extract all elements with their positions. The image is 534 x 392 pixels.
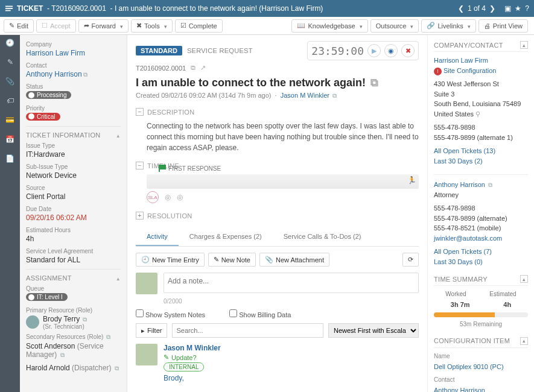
time-summary-header[interactable]: TIME SUMMARY▴ bbox=[434, 275, 528, 286]
forward-button[interactable]: ➦ Forward bbox=[78, 19, 129, 33]
filter-button[interactable]: ▸ Filter bbox=[136, 323, 167, 338]
rail-tag-icon[interactable]: 🏷 bbox=[7, 96, 14, 105]
activity-author[interactable]: Jason M Winkler bbox=[164, 344, 221, 352]
header-title: TICKET - T20160902.0001 - I am unable to… bbox=[17, 4, 323, 13]
creator-link[interactable]: Jason M Winkler bbox=[281, 92, 329, 99]
external-icon[interactable]: ⧉ bbox=[83, 316, 87, 323]
avatar bbox=[26, 315, 39, 329]
expand-icon[interactable]: + bbox=[136, 212, 144, 220]
map-icon[interactable]: ⚲ bbox=[475, 110, 480, 118]
ci-name-link[interactable]: Dell Optiplex 9010 (PC) bbox=[434, 363, 504, 370]
company-value[interactable]: Harrison Law Firm bbox=[26, 49, 121, 57]
tab-activity[interactable]: Activity bbox=[136, 228, 179, 246]
target-icon: ◎ bbox=[177, 193, 183, 201]
collapse-icon[interactable]: ▴ bbox=[520, 41, 528, 49]
search-input[interactable] bbox=[172, 323, 323, 338]
outsource-button[interactable]: Outsource bbox=[370, 19, 419, 33]
sort-select[interactable]: Newest First with Escalations bbox=[328, 323, 419, 338]
collapse-icon[interactable]: − bbox=[136, 108, 144, 116]
rail-calendar-icon[interactable]: 📅 bbox=[5, 135, 14, 144]
company-contact-header[interactable]: COMPANY/CONTACT▴ bbox=[434, 41, 528, 52]
alert-icon: ! bbox=[434, 68, 442, 75]
rail-attachment-icon[interactable]: 📎 bbox=[5, 77, 14, 86]
external-icon[interactable]: ⧉ bbox=[60, 352, 65, 358]
record-icon[interactable]: ◉ bbox=[384, 44, 398, 57]
new-attachment-button[interactable]: 📎 New Attachment bbox=[259, 253, 329, 267]
complete-button[interactable]: ☑ Complete bbox=[175, 19, 223, 33]
assignment-header[interactable]: ASSIGNMENT bbox=[26, 269, 121, 282]
collapse-icon[interactable] bbox=[116, 274, 121, 282]
ticket-number: T20160902.0001 bbox=[136, 65, 186, 72]
open-tickets-link[interactable]: All Open Tickets (13) bbox=[434, 147, 495, 154]
created-meta: Created 09/02/16 09:02 AM (314d 7h 9m ag… bbox=[136, 92, 419, 100]
copy-title-icon[interactable]: ⧉ bbox=[370, 77, 378, 89]
tab-calls[interactable]: Service Calls & To-Dos (2) bbox=[273, 228, 372, 246]
refresh-button[interactable]: ⟳ bbox=[402, 253, 419, 267]
due-date: 09/20/16 06:02 AM bbox=[26, 213, 121, 222]
svg-rect-0 bbox=[5, 6, 13, 7]
collapse-icon[interactable]: ▴ bbox=[520, 337, 528, 345]
edit-icon[interactable]: ✎ bbox=[164, 353, 169, 361]
new-time-button[interactable]: 🕘 New Time Entry bbox=[136, 253, 205, 267]
tab-charges[interactable]: Charges & Expenses (2) bbox=[179, 228, 273, 246]
copy-icon[interactable]: ⧉ bbox=[191, 64, 195, 72]
right-sidebar: COMPANY/CONTACT▴ Harrison Law Firm !Site… bbox=[427, 35, 534, 392]
edit-button[interactable]: ✎ Edit bbox=[4, 19, 34, 33]
external-icon[interactable]: ⧉ bbox=[83, 71, 87, 78]
knowledgebase-button[interactable]: 📖 Knowledgebase bbox=[291, 19, 367, 33]
timer-value: 23:59:00 bbox=[311, 45, 364, 57]
char-counter: 0/2000 bbox=[164, 298, 419, 305]
note-input[interactable] bbox=[164, 273, 419, 293]
activity-item: Jason M Winkler ✎ Update? INTERNAL Brody… bbox=[136, 344, 419, 382]
record-pager: ❮ 1 of 4 ❯ ▣ ★ ? bbox=[458, 4, 529, 13]
config-item-header[interactable]: CONFIGURATION ITEM▴ bbox=[434, 337, 528, 348]
show-system-notes-checkbox[interactable]: Show System Notes bbox=[136, 309, 205, 318]
ticket-info-header[interactable]: TICKET INFORMATION bbox=[26, 126, 121, 139]
contact-link[interactable]: Anthony Harrison bbox=[434, 181, 485, 188]
collapse-icon[interactable]: − bbox=[136, 162, 144, 169]
ticket-body: STANDARD SERVICE REQUEST 23:59:00 ▶ ◉ ✖ … bbox=[127, 35, 427, 392]
collapse-icon[interactable]: ▴ bbox=[520, 275, 528, 283]
email-link[interactable]: jwinkler@autotask.com bbox=[434, 235, 502, 242]
tools-button[interactable]: ✖ Tools bbox=[131, 19, 173, 33]
next-icon[interactable]: ❯ bbox=[489, 4, 495, 13]
progress-bar bbox=[434, 312, 528, 317]
external-icon[interactable]: ⧉ bbox=[115, 365, 119, 371]
first-response-flag: FIRST RESPONSE bbox=[159, 165, 221, 172]
ci-contact-link[interactable]: Anthony Harrison bbox=[434, 387, 485, 392]
external-icon[interactable]: ⧉ bbox=[488, 182, 492, 188]
show-billing-checkbox[interactable]: Show Billing Data bbox=[229, 309, 291, 318]
stop-icon[interactable]: ✖ bbox=[401, 44, 415, 57]
update-link[interactable]: Update? bbox=[171, 354, 197, 361]
priority-pill: Critical bbox=[26, 113, 60, 121]
rail-clock-icon[interactable]: 🕘 bbox=[5, 39, 14, 47]
livelinks-button[interactable]: 🔗 Livelinks bbox=[421, 19, 475, 33]
svg-rect-4 bbox=[159, 165, 160, 172]
rail-card-icon[interactable]: 💳 bbox=[5, 116, 14, 124]
new-note-button[interactable]: ✎ New Note bbox=[208, 253, 256, 267]
company-label: Company bbox=[26, 41, 121, 48]
priority-label: Priority bbox=[26, 105, 121, 112]
last30-link[interactable]: Last 30 Days (2) bbox=[434, 157, 483, 165]
play-icon[interactable]: ▶ bbox=[367, 44, 381, 57]
sla-icon: SLA bbox=[147, 191, 159, 203]
contact-value[interactable]: Anthony Harrison⧉ bbox=[26, 70, 121, 78]
toolbar: ✎ Edit ☐ Accept ➦ Forward ✖ Tools ☑ Comp… bbox=[0, 17, 534, 35]
external-icon[interactable]: ⧉ bbox=[106, 334, 110, 340]
app-header: TICKET - T20160902.0001 - I am unable to… bbox=[0, 0, 534, 17]
popout-icon[interactable]: ▣ bbox=[504, 4, 511, 13]
open-tickets-link[interactable]: All Open Tickets (7) bbox=[434, 248, 492, 255]
star-icon[interactable]: ★ bbox=[515, 4, 521, 13]
prev-icon[interactable]: ❮ bbox=[458, 4, 464, 13]
help-icon[interactable]: ? bbox=[525, 4, 529, 13]
company-link[interactable]: Harrison Law Firm bbox=[434, 57, 488, 64]
link-icon[interactable]: ↗ bbox=[200, 64, 206, 72]
external-icon[interactable]: ⧉ bbox=[332, 92, 337, 99]
collapse-icon[interactable] bbox=[116, 131, 121, 139]
last30-link[interactable]: Last 30 Days (0) bbox=[434, 258, 483, 265]
rail-doc-icon[interactable]: 📄 bbox=[5, 154, 14, 163]
remaining-label: 53m Remaining bbox=[434, 320, 528, 329]
print-button[interactable]: 🖨 Print View bbox=[478, 19, 528, 33]
site-config-link[interactable]: Site Configuration bbox=[443, 67, 496, 74]
rail-edit-icon[interactable]: ✎ bbox=[7, 58, 13, 66]
